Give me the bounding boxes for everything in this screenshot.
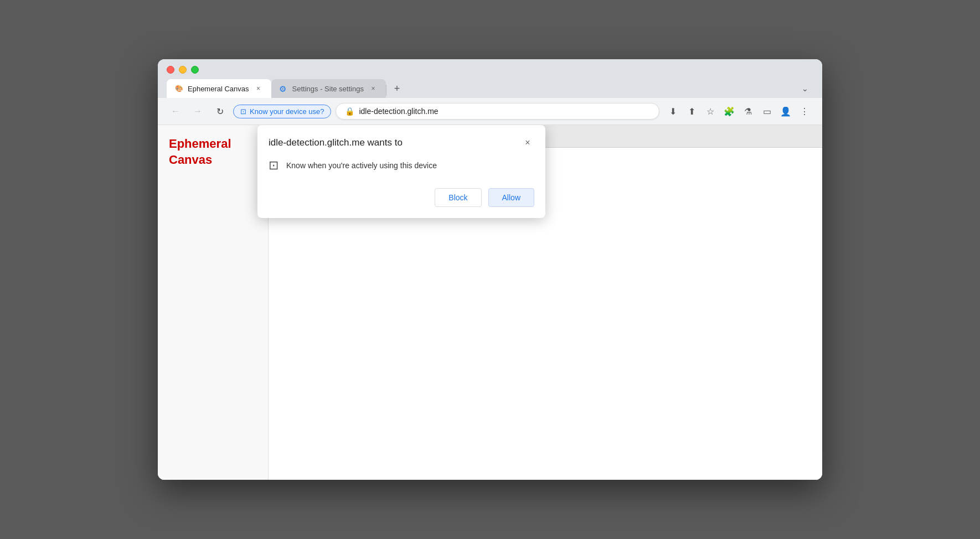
reload-button[interactable]: ↻: [211, 102, 229, 120]
tab-ephemeral[interactable]: 🎨 Ephemeral Canvas ×: [167, 79, 271, 98]
device-use-label: Know your device use?: [250, 107, 324, 116]
forward-button[interactable]: →: [189, 102, 207, 120]
popup-body: ⊡ Know when you're actively using this d…: [257, 158, 545, 182]
tab-ephemeral-close[interactable]: ×: [254, 84, 264, 94]
tab-separator: [386, 85, 386, 96]
tab-settings-favicon: ⚙: [279, 84, 288, 93]
more-icon: ⋮: [800, 106, 809, 117]
title-bar: 🎨 Ephemeral Canvas × ⚙ Settings - Site s…: [158, 59, 822, 98]
browser-window: 🎨 Ephemeral Canvas × ⚙ Settings - Site s…: [158, 59, 822, 480]
tab-settings-close[interactable]: ×: [368, 84, 378, 94]
flask-icon: ⚗: [744, 106, 752, 117]
allow-button[interactable]: Allow: [488, 188, 534, 207]
popup-close-button[interactable]: ×: [521, 136, 534, 149]
tablet-icon: ▭: [763, 106, 771, 117]
tab-settings[interactable]: ⚙ Settings - Site settings ×: [271, 79, 386, 98]
popup-title: idle-detection.glitch.me wants to: [269, 136, 403, 149]
omnibox[interactable]: 🔒 idle-detection.glitch.me: [336, 103, 659, 120]
close-window-button[interactable]: [167, 66, 174, 74]
toolbar: ← → ↻ ⊡ Know your device use? 🔒 idle-det…: [158, 98, 822, 125]
back-button[interactable]: ←: [167, 102, 184, 120]
block-button[interactable]: Block: [435, 188, 481, 207]
maximize-window-button[interactable]: [191, 66, 199, 74]
tab-settings-title: Settings - Site settings: [292, 85, 364, 93]
traffic-lights: [167, 66, 813, 74]
tab-list-dropdown[interactable]: ⌄: [797, 80, 813, 97]
profile-button[interactable]: 👤: [777, 102, 795, 120]
tabs-row: 🎨 Ephemeral Canvas × ⚙ Settings - Site s…: [167, 79, 813, 98]
device-use-icon: ⊡: [240, 107, 246, 116]
share-icon: ⬆: [688, 106, 695, 117]
share-button[interactable]: ⬆: [683, 102, 700, 120]
more-menu-button[interactable]: ⋮: [796, 102, 813, 120]
popup-actions: Block Allow: [257, 182, 545, 218]
tablet-button[interactable]: ▭: [758, 102, 776, 120]
flask-button[interactable]: ⚗: [739, 102, 757, 120]
device-use-badge[interactable]: ⊡ Know your device use?: [233, 105, 331, 118]
page-sidebar: Ephemeral Canvas: [158, 125, 269, 480]
bookmark-icon: ☆: [706, 106, 714, 117]
download-button[interactable]: ⬇: [664, 102, 682, 120]
permission-description: Know when you're actively using this dev…: [286, 161, 437, 170]
bookmark-button[interactable]: ☆: [702, 102, 719, 120]
sidebar-app-title: Ephemeral Canvas: [169, 136, 257, 168]
tab-ephemeral-favicon: 🎨: [174, 84, 183, 93]
new-tab-button[interactable]: +: [389, 80, 405, 97]
permission-device-icon: ⊡: [269, 158, 278, 173]
popup-header: idle-detection.glitch.me wants to ×: [257, 125, 545, 158]
lock-icon: 🔒: [345, 107, 354, 116]
tab-ephemeral-title: Ephemeral Canvas: [188, 85, 249, 93]
minimize-window-button[interactable]: [179, 66, 187, 74]
profile-icon: 👤: [780, 106, 791, 117]
extensions-button[interactable]: 🧩: [720, 102, 738, 120]
url-display: idle-detection.glitch.me: [359, 107, 650, 116]
permission-popup: idle-detection.glitch.me wants to × ⊡ Kn…: [257, 125, 545, 218]
extensions-icon: 🧩: [724, 106, 735, 117]
page-content: Ephemeral Canvas Don't move your mouse d…: [158, 125, 822, 480]
toolbar-icons: ⬇ ⬆ ☆ 🧩 ⚗ ▭ 👤 ⋮: [664, 102, 813, 120]
download-icon: ⬇: [669, 106, 677, 117]
